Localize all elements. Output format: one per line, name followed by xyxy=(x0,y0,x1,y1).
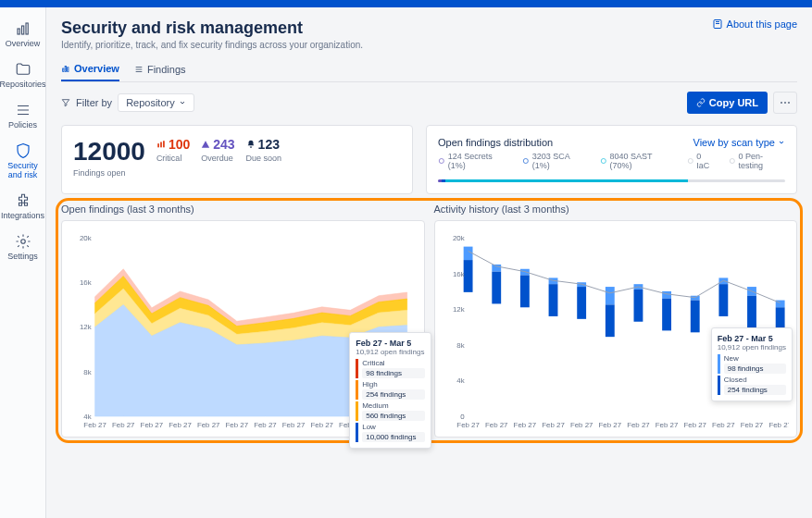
svg-text:Feb 27: Feb 27 xyxy=(627,421,650,429)
puzzle-icon xyxy=(15,192,31,209)
svg-text:Feb 27: Feb 27 xyxy=(768,421,789,429)
tab-overview[interactable]: Overview xyxy=(61,63,119,81)
shield-icon xyxy=(15,142,31,159)
copy-url-button[interactable]: Copy URL xyxy=(687,92,768,114)
view-by-scan-link[interactable]: View by scan type xyxy=(693,137,785,148)
activity-history-chart: Activity history (last 3 months) 20k16k1… xyxy=(434,204,798,438)
svg-text:Feb 27: Feb 27 xyxy=(484,421,507,429)
bell-icon xyxy=(246,140,256,149)
svg-rect-54 xyxy=(747,296,756,328)
svg-rect-47 xyxy=(662,291,671,299)
svg-text:16k: 16k xyxy=(80,278,92,287)
svg-text:Feb 27: Feb 27 xyxy=(169,421,192,429)
svg-text:Feb 27: Feb 27 xyxy=(456,421,480,429)
svg-rect-6 xyxy=(65,67,66,72)
sidebar-item-settings[interactable]: Settings xyxy=(0,229,45,265)
svg-rect-40 xyxy=(548,284,557,316)
chart-tooltip: Feb 27 - Mar 510,912 open findingsCritic… xyxy=(349,332,431,449)
filter-icon xyxy=(61,98,70,107)
svg-text:Feb 27: Feb 27 xyxy=(83,421,106,429)
filter-label: Filter by xyxy=(76,97,112,108)
svg-rect-34 xyxy=(463,260,472,292)
sidebar-item-security-and-risk[interactable]: Security and risk xyxy=(0,139,45,183)
svg-text:Feb 27: Feb 27 xyxy=(282,421,306,429)
svg-point-13 xyxy=(601,158,606,163)
svg-rect-36 xyxy=(492,272,501,304)
stat-critical: 100 Critical xyxy=(156,137,190,163)
sidebar: OverviewRepositoriesPoliciesSecurity and… xyxy=(0,7,46,518)
svg-text:4k: 4k xyxy=(456,376,464,385)
more-button[interactable]: ⋯ xyxy=(773,92,797,114)
list-icon xyxy=(134,65,144,74)
svg-rect-52 xyxy=(718,284,728,316)
svg-point-12 xyxy=(523,158,528,163)
page-title: Security and risk management xyxy=(61,18,363,38)
top-nav-bar xyxy=(0,0,812,7)
svg-point-3 xyxy=(20,240,25,244)
chevron-down-icon xyxy=(778,139,785,146)
code-icon xyxy=(600,157,607,165)
svg-text:Feb 27: Feb 27 xyxy=(598,421,621,429)
svg-text:16k: 16k xyxy=(452,270,464,278)
sidebar-item-policies[interactable]: Policies xyxy=(0,98,45,133)
package-icon xyxy=(522,157,530,165)
svg-text:Feb 27: Feb 27 xyxy=(513,421,536,429)
dist-item: 0 Pen-testing xyxy=(729,152,785,170)
folder-icon xyxy=(15,61,31,78)
svg-text:20k: 20k xyxy=(80,234,92,242)
svg-rect-38 xyxy=(519,276,529,308)
tab-findings[interactable]: Findings xyxy=(134,63,186,81)
svg-text:Feb 27: Feb 27 xyxy=(655,421,678,429)
svg-rect-1 xyxy=(21,26,23,34)
svg-text:12k: 12k xyxy=(80,323,92,331)
svg-text:Feb 27: Feb 27 xyxy=(542,421,565,429)
open-findings-chart: Open findings (last 3 months) 20k16k12k8… xyxy=(61,204,425,438)
shield-icon xyxy=(729,157,736,165)
triangle-icon xyxy=(201,140,210,149)
svg-text:Feb 27: Feb 27 xyxy=(141,421,164,429)
repository-select[interactable]: Repository xyxy=(118,93,194,112)
key-icon xyxy=(438,157,445,165)
svg-text:8k: 8k xyxy=(456,341,464,350)
svg-rect-2 xyxy=(26,23,28,34)
book-icon xyxy=(712,18,723,30)
svg-text:Feb 27: Feb 27 xyxy=(740,421,763,429)
svg-point-14 xyxy=(688,158,693,163)
svg-text:8k: 8k xyxy=(83,368,91,376)
svg-text:Feb 27: Feb 27 xyxy=(112,421,135,429)
svg-rect-8 xyxy=(157,143,159,147)
stat-due: 123 Due soon xyxy=(246,137,282,163)
sidebar-item-overview[interactable]: Overview xyxy=(0,17,45,52)
svg-text:Feb 27: Feb 27 xyxy=(197,421,220,429)
dist-title: Open findings distribution xyxy=(438,137,553,148)
svg-text:20k: 20k xyxy=(452,234,464,242)
svg-text:Feb 27: Feb 27 xyxy=(712,421,735,429)
about-link[interactable]: About this page xyxy=(712,18,797,30)
chart-bar-icon xyxy=(15,20,31,37)
cloud-icon xyxy=(687,157,694,165)
tabs: OverviewFindings xyxy=(61,63,797,82)
svg-text:Feb 27: Feb 27 xyxy=(254,421,277,429)
svg-rect-5 xyxy=(63,68,64,71)
gear-icon xyxy=(15,233,31,250)
dist-item: 124 Secrets (1%) xyxy=(438,152,509,170)
svg-rect-48 xyxy=(662,299,671,331)
sidebar-item-repositories[interactable]: Repositories xyxy=(0,57,45,92)
svg-rect-43 xyxy=(605,287,614,304)
svg-text:Feb 27: Feb 27 xyxy=(310,421,333,429)
svg-text:4k: 4k xyxy=(83,413,91,421)
svg-rect-42 xyxy=(577,287,586,319)
chart-tooltip: Feb 27 - Mar 510,912 open findingsNew98 … xyxy=(711,327,793,401)
sidebar-item-integrations[interactable]: Integrations xyxy=(0,189,45,224)
stat-open: 12000 Findings open xyxy=(73,137,145,178)
stats-card: 12000 Findings open 100 Critical 243 Ove… xyxy=(61,125,413,194)
stat-overdue: 243 Overdue xyxy=(201,137,234,163)
svg-text:Feb 27: Feb 27 xyxy=(226,421,249,429)
dist-item: 3203 SCA (1%) xyxy=(522,152,587,170)
bars-icon xyxy=(156,140,166,149)
svg-text:0: 0 xyxy=(460,413,465,421)
svg-text:Feb 27: Feb 27 xyxy=(683,421,706,429)
dist-item: 8040 SAST (70%) xyxy=(600,152,674,170)
link-icon xyxy=(696,98,706,107)
chart-icon xyxy=(61,64,70,73)
